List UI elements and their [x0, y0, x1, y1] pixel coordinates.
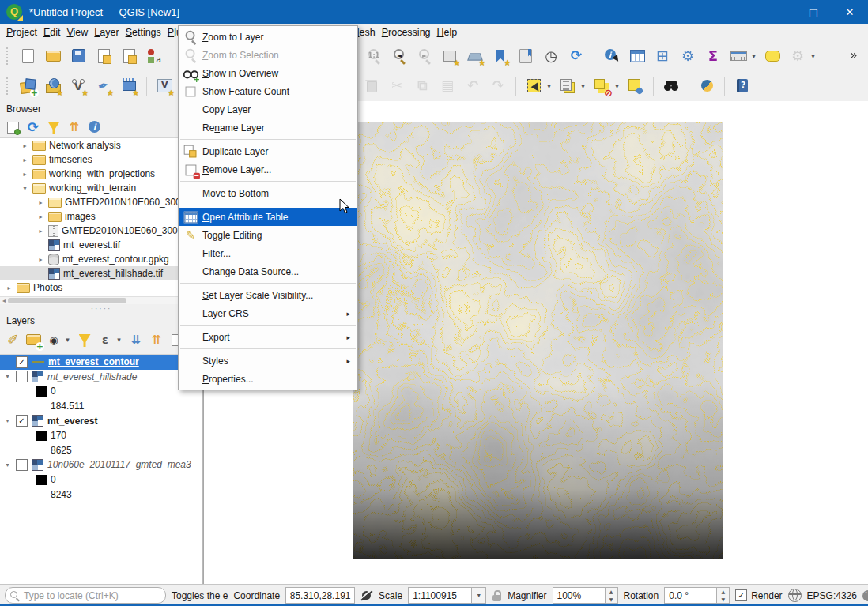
- delete-selected-button[interactable]: [360, 75, 383, 97]
- manage-map-themes-dropdown[interactable]: ▾: [63, 336, 72, 344]
- redo-button[interactable]: ↷: [487, 75, 509, 97]
- open-attribute-table-button[interactable]: [626, 45, 648, 67]
- zoom-native-button[interactable]: 1:1: [363, 45, 385, 67]
- python-console-button[interactable]: [696, 75, 718, 97]
- measure-button[interactable]: [727, 45, 749, 67]
- minimize-button[interactable]: –: [759, 0, 795, 24]
- menuitem-open-attribute-table[interactable]: Open Attribute Table: [179, 208, 357, 226]
- temporal-controller-button[interactable]: ◷: [540, 45, 562, 67]
- spin-up-icon[interactable]: ▲: [606, 588, 617, 596]
- spin-up-icon[interactable]: ▲: [717, 588, 729, 596]
- filter-by-expression-dropdown[interactable]: ▾: [115, 336, 123, 344]
- browser-item[interactable]: mt_everest_hillshade.tif: [0, 266, 202, 280]
- browser-item[interactable]: ▸timeseries: [0, 152, 202, 167]
- show-spatial-bookmarks-button[interactable]: [515, 45, 537, 67]
- menuitem-change-data-source[interactable]: Change Data Source...: [179, 262, 357, 280]
- menuitem-layer-crs[interactable]: Layer CRS▸: [179, 304, 357, 322]
- menu-help[interactable]: Help: [434, 25, 461, 40]
- messages-icon[interactable]: [862, 590, 868, 601]
- refresh-map-button[interactable]: ⟳: [565, 45, 587, 67]
- collapse-all-button[interactable]: ⇈: [147, 330, 166, 349]
- scale-value[interactable]: 1:1100915: [408, 587, 472, 604]
- legend-value-item[interactable]: 8625: [0, 443, 202, 458]
- browser-item[interactable]: ▸GMTED2010N10E060_300: [0, 224, 202, 238]
- expander-icon[interactable]: ▸: [21, 142, 29, 149]
- new-spatial-bookmark-button[interactable]: ★: [489, 45, 511, 67]
- menu-edit[interactable]: Edit: [40, 25, 64, 40]
- layer-item[interactable]: ▾mt_everest_hillshade: [0, 370, 202, 385]
- menuitem-toggle-editing[interactable]: ✎Toggle Editing: [179, 226, 357, 244]
- open-project-button[interactable]: [42, 45, 64, 67]
- deselect-features-button[interactable]: ⊘: [591, 75, 613, 97]
- toggle-extents-icon[interactable]: [360, 589, 373, 602]
- new-mesh-layer-button[interactable]: ★: [118, 75, 140, 97]
- expander-icon[interactable]: ▸: [21, 156, 29, 164]
- maximize-button[interactable]: □: [795, 0, 832, 24]
- menuitem-export[interactable]: Export▸: [179, 328, 357, 346]
- expander-icon[interactable]: ▾: [3, 461, 12, 469]
- save-project-button[interactable]: [67, 45, 89, 67]
- expander-icon[interactable]: ▾: [3, 373, 12, 380]
- browser-item[interactable]: ▸mt_everest_contour.gpkg: [0, 252, 202, 266]
- new-map-view-button[interactable]: ★: [439, 45, 461, 67]
- layer-item[interactable]: ✓mt_everest_contour: [0, 355, 202, 370]
- layer-visibility-checkbox[interactable]: [16, 459, 28, 471]
- menu-layer[interactable]: Layer: [91, 25, 122, 40]
- statistical-summary-button[interactable]: Σ: [702, 45, 724, 67]
- scrollbar-thumb[interactable]: [8, 298, 126, 303]
- crs-globe-icon[interactable]: [788, 589, 802, 602]
- browser-properties-widget-button[interactable]: i: [85, 118, 104, 137]
- toolbar-overflow-button[interactable]: »: [843, 45, 865, 67]
- browser-refresh-button[interactable]: ⟳: [24, 118, 43, 137]
- expander-icon[interactable]: ▾: [3, 417, 12, 424]
- deselect-features-dropdown[interactable]: ▾: [613, 82, 621, 90]
- select-by-form-dropdown[interactable]: ▾: [579, 82, 587, 90]
- browser-filter-button[interactable]: [44, 118, 63, 137]
- expander-icon[interactable]: ▸: [21, 171, 29, 178]
- legend-value-item[interactable]: 0: [0, 472, 202, 487]
- crs-status[interactable]: EPSG:4326: [807, 590, 857, 601]
- processing-toolbox-button[interactable]: ⚙: [677, 45, 699, 67]
- undo-button[interactable]: ↶: [462, 75, 484, 97]
- expander-icon[interactable]: ▸: [5, 284, 13, 292]
- select-features-button[interactable]: [523, 75, 545, 97]
- map-tips-button[interactable]: [761, 45, 783, 67]
- metasearch-button[interactable]: [660, 75, 682, 97]
- browser-item[interactable]: ▸images: [0, 209, 202, 224]
- layer-visibility-checkbox[interactable]: ✓: [16, 356, 28, 368]
- menuitem-set-layer-scale-visibility[interactable]: Set Layer Scale Visibility...: [179, 286, 357, 304]
- menuitem-move-to-bottom[interactable]: Move to Bottom: [179, 184, 357, 202]
- coordinate-input[interactable]: 85.310,28.191: [285, 587, 355, 604]
- lock-scale-icon[interactable]: [492, 590, 502, 601]
- manage-map-themes-button[interactable]: ◉: [44, 330, 63, 349]
- open-layer-styling-button[interactable]: ✐: [3, 330, 22, 349]
- render-checkbox[interactable]: ✓: [735, 589, 747, 601]
- menu-settings[interactable]: Settings: [123, 25, 164, 40]
- add-group-button[interactable]: +: [24, 330, 43, 349]
- menuitem-duplicate-layer[interactable]: Duplicate Layer: [179, 142, 357, 160]
- filter-legend-button[interactable]: [75, 330, 94, 349]
- browser-item[interactable]: mt_everest.tif: [0, 238, 202, 252]
- menuitem-zoom-to-layer[interactable]: Zoom to Layer: [179, 28, 357, 46]
- paste-features-button[interactable]: ▤: [436, 75, 459, 97]
- select-features-dropdown[interactable]: ▾: [545, 82, 553, 90]
- legend-value-item[interactable]: 184.511: [0, 399, 202, 414]
- menu-project[interactable]: Project: [3, 25, 40, 40]
- spin-down-icon[interactable]: ▼: [717, 596, 729, 604]
- layer-item[interactable]: ▾✓mt_everest: [0, 413, 202, 428]
- rotation-value[interactable]: 0.0 °: [664, 587, 717, 604]
- new-spatialite-layer-button[interactable]: ✒★: [92, 75, 115, 97]
- menu-view[interactable]: View: [63, 25, 91, 40]
- menuitem-styles[interactable]: Styles▸: [179, 352, 357, 370]
- layer-visibility-checkbox[interactable]: [16, 371, 28, 382]
- expand-all-button[interactable]: ⇊: [126, 330, 145, 349]
- magnifier-spinner[interactable]: 100% ▲▼: [553, 587, 618, 604]
- expander-icon[interactable]: ▸: [36, 228, 45, 235]
- zoom-last-button[interactable]: ◄: [388, 45, 410, 67]
- legend-value-item[interactable]: 8243: [0, 487, 202, 502]
- rotation-spinner[interactable]: 0.0 ° ▲▼: [664, 587, 730, 604]
- render-toggle[interactable]: ✓ Render: [735, 589, 782, 601]
- data-source-manager-button[interactable]: +: [17, 75, 39, 97]
- menuitem-properties[interactable]: Properties...: [179, 370, 357, 388]
- browser-add-selected-layers-button[interactable]: [3, 118, 22, 137]
